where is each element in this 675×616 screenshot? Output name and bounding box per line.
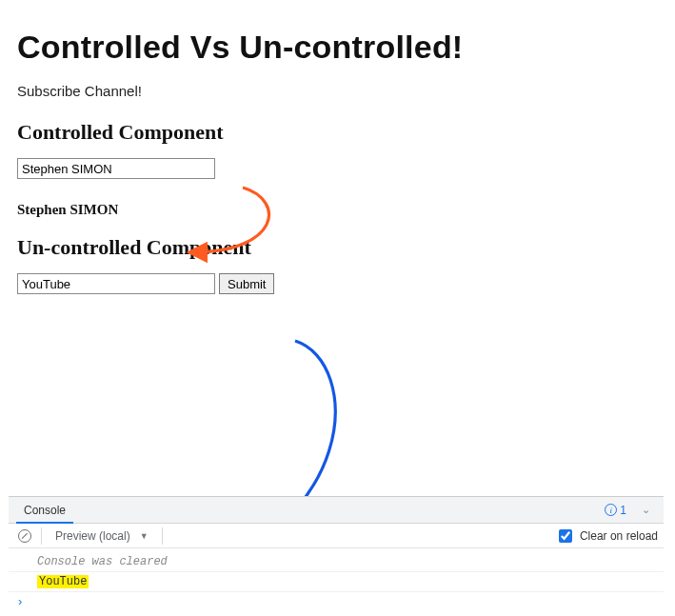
- devtools-tabbar: Console i 1 ⌄: [9, 497, 664, 524]
- clear-console-icon[interactable]: [18, 529, 31, 543]
- submit-button[interactable]: Submit: [219, 273, 274, 294]
- dropdown-triangle-icon: ▼: [140, 531, 149, 541]
- toolbar-divider: [162, 527, 163, 545]
- uncontrolled-heading: Un-controlled Component: [17, 235, 658, 260]
- toolbar-divider: [41, 527, 42, 545]
- page-title: Controlled Vs Un-controlled!: [17, 29, 658, 66]
- subtitle-text: Subscribe Channel!: [17, 83, 658, 99]
- controlled-heading: Controlled Component: [17, 120, 658, 145]
- controlled-input[interactable]: [17, 158, 215, 179]
- console-toolbar: Preview (local) ▼ Clear on reload: [9, 524, 664, 548]
- devtools-panel: Console i 1 ⌄ Preview (local) ▼ Clear on…: [9, 496, 664, 616]
- context-label: Preview (local): [55, 529, 130, 543]
- info-count-value: 1: [620, 504, 626, 517]
- context-selector[interactable]: Preview (local) ▼: [48, 529, 156, 543]
- info-icon: i: [605, 504, 617, 516]
- console-cleared-message: Console was cleared: [9, 552, 664, 572]
- console-log-value: YouTube: [37, 575, 89, 588]
- uncontrolled-input[interactable]: [17, 273, 215, 294]
- clear-on-reload-toggle[interactable]: Clear on reload: [555, 527, 658, 546]
- controlled-echo-text: Stephen SIMON: [17, 202, 658, 218]
- clear-on-reload-label: Clear on reload: [580, 529, 658, 543]
- chevron-down-icon[interactable]: ⌄: [636, 504, 656, 516]
- tab-console[interactable]: Console: [16, 498, 73, 523]
- info-count-badge[interactable]: i 1: [605, 504, 626, 517]
- console-log-line: YouTube: [9, 572, 664, 592]
- console-log-area: Console was cleared YouTube ›: [9, 548, 664, 616]
- clear-on-reload-checkbox[interactable]: [559, 529, 572, 543]
- console-prompt[interactable]: ›: [9, 592, 664, 610]
